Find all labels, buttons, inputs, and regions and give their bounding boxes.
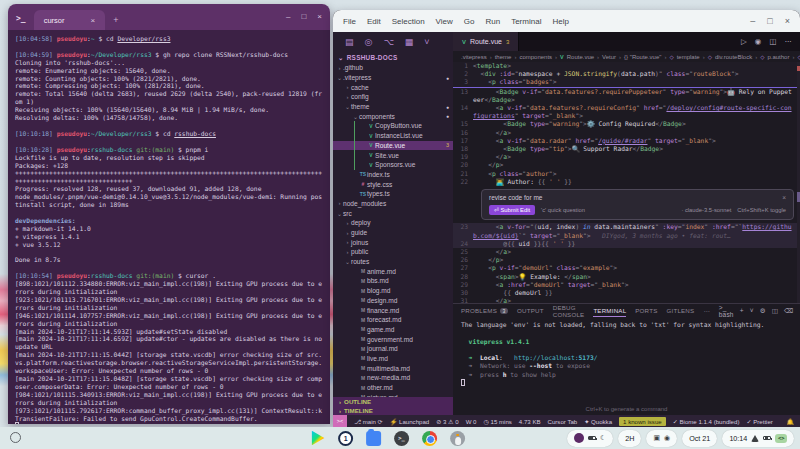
menu-file[interactable]: File	[343, 17, 356, 26]
shell-select-chevron-icon[interactable]: ˅	[750, 307, 754, 314]
tree-item-deploy[interactable]: ›deploy	[333, 218, 453, 228]
cursor-ai-inline-widget[interactable]: revise code for me × ⏎ Submit Edit 'c' q…	[481, 189, 794, 220]
tree-item-government-md[interactable]: Mgovernment.md	[333, 334, 453, 344]
kill-terminal-icon[interactable]: ⌫	[784, 307, 793, 315]
submit-edit-button[interactable]: ⏎ Submit Edit	[489, 205, 535, 215]
split-terminal-icon[interactable]: ◫	[772, 307, 778, 315]
tree-item-instancelist-vue[interactable]: VInstanceList.vue	[333, 131, 453, 141]
tree-item-multimedia-md[interactable]: Mmultimedia.md	[333, 363, 453, 373]
more-actions-icon[interactable]: ⋯	[785, 37, 793, 46]
panel-tab-ports[interactable]: PORTS	[635, 304, 657, 317]
tree-item-theme[interactable]: ⌄theme●	[333, 102, 453, 112]
close-icon[interactable]: ×	[317, 12, 322, 21]
tree-item--github[interactable]: ›.github	[333, 63, 453, 73]
breadcrumb-item[interactable]: Route.vue	[567, 54, 594, 60]
shell-label[interactable]: >_ bash	[719, 304, 734, 318]
tree-item-public[interactable]: ›public	[333, 247, 453, 257]
status-area[interactable]: 10:14 <>	[722, 430, 794, 447]
maximize-icon[interactable]: □	[767, 16, 772, 26]
terminal-icon[interactable]: >_	[394, 431, 409, 446]
tree-item-joinus[interactable]: ›joinus	[333, 237, 453, 247]
date-pill[interactable]: Oct 21	[682, 430, 717, 447]
status-item[interactable]: ⎇ main ⟳	[354, 418, 383, 425]
status-item[interactable]: ✦ Quokka	[584, 418, 612, 425]
chevron-down-icon[interactable]: ˅	[424, 37, 429, 47]
notifications-bell-icon[interactable]: 🔔	[787, 418, 795, 425]
tree-item-copybutton-vue[interactable]: VCopyButton.vue	[333, 121, 453, 131]
menu-run[interactable]: Run	[485, 17, 500, 26]
profile-status-pill[interactable]: ☾	[567, 430, 613, 447]
close-icon[interactable]: ×	[782, 194, 786, 202]
tree-item-live-md[interactable]: Mlive.md	[333, 354, 453, 364]
tree-item-other-md[interactable]: Mother.md	[333, 383, 453, 393]
status-item[interactable]: ⊘ 3 ⚠ 0	[436, 418, 458, 425]
tree-item-style-css[interactable]: #style.css	[333, 179, 453, 189]
menu-help[interactable]: Help	[552, 17, 568, 26]
tab-close-icon[interactable]: ×	[90, 16, 95, 25]
run-circle-icon[interactable]: ◉	[755, 37, 762, 46]
tree-item-guide[interactable]: ›guide	[333, 228, 453, 238]
integrated-terminal[interactable]: The language 'env' is not loaded, fallin…	[453, 317, 800, 404]
minimize-icon[interactable]: –	[750, 16, 755, 26]
tree-item-cache[interactable]: ›cache	[333, 82, 453, 92]
terminal-tab[interactable]: cursor ×	[34, 10, 106, 30]
code-editor[interactable]: 1<template>2 <div :id="namespace + JSON.…	[453, 62, 800, 303]
tree-item-journal-md[interactable]: Mjournal.md	[333, 344, 453, 354]
status-item[interactable]: 1 known issue	[619, 417, 666, 426]
menu-view[interactable]: View	[436, 17, 453, 26]
panel-tab-problems[interactable]: PROBLEMS3	[461, 304, 508, 317]
breadcrumb-item[interactable]: template	[677, 54, 700, 60]
menu-edit[interactable]: Edit	[367, 17, 381, 26]
breadcrumb-item[interactable]: .vitepress	[461, 54, 487, 60]
extensions-icon[interactable]: ▦	[405, 37, 414, 47]
tree-item-new-media-md[interactable]: Mnew-media.md	[333, 373, 453, 383]
breadcrumb-item[interactable]: Vetur	[602, 54, 616, 60]
breadcrumb-item[interactable]: {} "Route.vue"	[624, 54, 661, 60]
tab-route-vue[interactable]: V Route.vue 3	[453, 32, 519, 51]
tree-item-node_modules[interactable]: ›node_modules	[333, 199, 453, 209]
tree-item-anime-md[interactable]: Manime.md	[333, 266, 453, 276]
remote-indicator[interactable]: ><	[333, 415, 347, 427]
tree-item-site-vue[interactable]: VSite.vue	[333, 150, 453, 160]
breadcrumb-item[interactable]: div.routeBlock	[715, 54, 752, 60]
ai-prompt-text[interactable]: revise code for me	[489, 194, 542, 202]
timer-pill[interactable]: 2H	[618, 430, 641, 447]
tree-item-forecast-md[interactable]: Mforecast.md	[333, 315, 453, 325]
status-item[interactable]: Cursor Tab	[548, 418, 578, 425]
tree-item-design-md[interactable]: Mdesign.md	[333, 296, 453, 306]
source-control-icon[interactable]: ⌥	[383, 37, 393, 47]
tree-item-types-ts[interactable]: TStypes.ts	[333, 189, 453, 199]
tree-item-components[interactable]: ⌄components●	[333, 111, 453, 121]
play-store-icon[interactable]	[310, 431, 325, 446]
tree-item-route-vue[interactable]: VRoute.vue3	[333, 141, 453, 151]
vscode-titlebar[interactable]: FileEditSelectionViewGoRunTerminalHelp –…	[333, 10, 800, 32]
tree-item-game-md[interactable]: Mgame.md	[333, 325, 453, 335]
menu-go[interactable]: Go	[464, 17, 475, 26]
status-item[interactable]: W 0	[466, 418, 477, 425]
settings-gear-icon[interactable]: ⚙	[760, 307, 766, 315]
linux-penguin-icon[interactable]	[450, 431, 465, 446]
maximize-icon[interactable]: □	[301, 12, 306, 21]
search-icon[interactable]: ◎	[365, 37, 373, 47]
tree-item--vitepress[interactable]: ⌄.vitepress●	[333, 73, 453, 83]
tree-item-blog-md[interactable]: Mblog.md	[333, 286, 453, 296]
close-icon[interactable]: ×	[785, 16, 790, 26]
tree-item-src[interactable]: ⌄src	[333, 208, 453, 218]
split-editor-icon[interactable]: ◫	[769, 37, 776, 46]
new-terminal-icon[interactable]: +	[740, 307, 744, 314]
minimize-icon[interactable]: –	[286, 12, 290, 21]
capture-pill[interactable]: ▣ ◉	[646, 430, 677, 447]
status-item[interactable]: ✓ Biome 1.1.4 (bundled)	[673, 418, 740, 425]
chrome-icon[interactable]	[422, 431, 437, 446]
status-item[interactable]: 4.73 KB	[519, 418, 541, 425]
breadcrumb-item[interactable]: theme	[495, 54, 512, 60]
new-tab-icon[interactable]: +	[113, 15, 118, 25]
terminal-titlebar[interactable]: >_ cursor × + – □ ×	[8, 4, 330, 30]
breadcrumb-item[interactable]: p.author	[767, 54, 789, 60]
menu-selection[interactable]: Selection	[392, 17, 425, 26]
tree-item-index-ts[interactable]: TSindex.ts	[333, 170, 453, 180]
model-name[interactable]: · claude-3.5-sonnet	[681, 206, 731, 214]
terminal-output[interactable]: [10:04:58] pseudoyu:~ $ cd Developer/rss…	[8, 30, 330, 424]
breadcrumb-item[interactable]: components	[519, 54, 552, 60]
panel-tab-debug-console[interactable]: DEBUG CONSOLE	[553, 304, 585, 317]
